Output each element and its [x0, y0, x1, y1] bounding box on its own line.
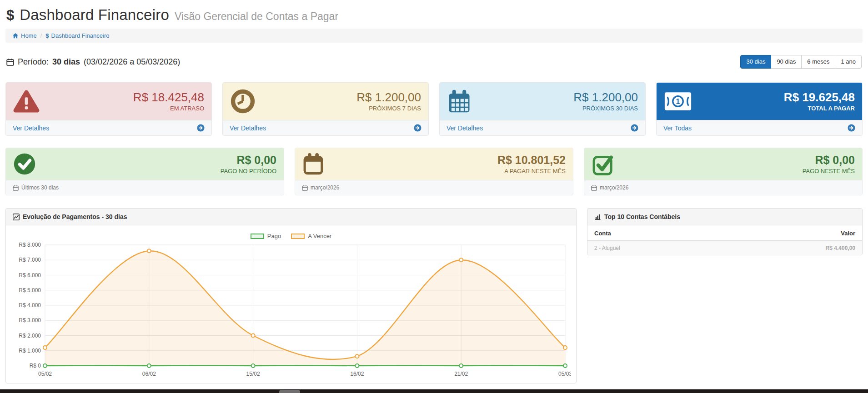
- breadcrumb: Home / $ Dashboard Financeiro: [5, 29, 863, 43]
- svg-text:R$ 2.000: R$ 2.000: [19, 333, 41, 339]
- ver-detalhes-link[interactable]: Ver Detalhes: [447, 124, 483, 132]
- breadcrumb-current[interactable]: $ Dashboard Financeiro: [45, 32, 109, 39]
- legend-label: Pago: [267, 233, 281, 239]
- card-em-atraso: R$ 18.425,48 EM ATRASO Ver Detalhes: [5, 82, 212, 136]
- arrow-circle-right-icon[interactable]: [414, 124, 421, 132]
- period-value: 30 dias: [52, 57, 80, 67]
- table-row: 2 - AluguelR$ 4.400,00: [587, 241, 862, 255]
- period-row: Período: 30 dias (03/02/2026 a 05/03/202…: [5, 55, 863, 69]
- card-a-pagar-neste-mes: R$ 10.801,52 A PAGAR NESTE MÊS março/202…: [295, 148, 573, 195]
- card-total-a-pagar: 1 R$ 19.625,48 TOTAL A PAGAR Ver Todas: [656, 82, 863, 136]
- payments-chart[interactable]: R$ 0R$ 1.000R$ 2.000R$ 3.000R$ 4.000R$ 5…: [10, 240, 572, 379]
- calendar-icon: [6, 58, 14, 66]
- breadcrumb-current-label: Dashboard Financeiro: [51, 32, 110, 39]
- card-footer-text: março/2026: [600, 184, 628, 191]
- card-value: R$ 0,00: [221, 154, 276, 167]
- period-label: Período:: [18, 57, 49, 67]
- card-label: TOTAL A PAGAR: [784, 105, 855, 112]
- svg-text:R$ 5.000: R$ 5.000: [19, 287, 41, 294]
- payments-chart-svg[interactable]: R$ 0R$ 1.000R$ 2.000R$ 3.000R$ 4.000R$ 5…: [10, 240, 571, 379]
- dollar-icon: $: [6, 7, 14, 24]
- card-value: R$ 1.200,00: [356, 91, 421, 104]
- card-footer-text: março/2026: [311, 184, 339, 191]
- svg-text:05/02: 05/02: [38, 371, 52, 377]
- check-circle-icon: [13, 153, 36, 175]
- svg-text:R$ 8.000: R$ 8.000: [19, 242, 41, 248]
- card-value: R$ 19.625,48: [784, 91, 855, 104]
- period-button-90d[interactable]: 90 dias: [771, 55, 802, 69]
- svg-text:15/02: 15/02: [246, 371, 260, 377]
- calendar-outline-icon: [302, 152, 324, 176]
- account-value: R$ 4.400,00: [718, 241, 862, 255]
- arrow-circle-right-icon[interactable]: [197, 124, 205, 132]
- legend-item-a-vencer[interactable]: A Vencer: [291, 233, 331, 239]
- card-label: PAGO NESTE MÊS: [803, 168, 855, 174]
- top-accounts-tbody: 2 - AluguelR$ 4.400,00: [587, 241, 862, 255]
- bar-chart-icon: [594, 214, 601, 220]
- dollar-icon: $: [45, 32, 49, 39]
- breadcrumb-home-label: Home: [21, 32, 37, 39]
- ver-detalhes-link[interactable]: Ver Detalhes: [230, 124, 266, 132]
- card-label: EM ATRASO: [133, 105, 204, 112]
- dashboard-page: $ Dashboard Financeiro Visão Gerencial d…: [0, 0, 868, 393]
- period-button-1y[interactable]: 1 ano: [835, 55, 862, 69]
- page-header: $ Dashboard Financeiro Visão Gerencial d…: [5, 5, 863, 25]
- svg-text:R$ 3.000: R$ 3.000: [19, 317, 41, 323]
- svg-text:R$ 1.000: R$ 1.000: [19, 348, 41, 354]
- card-value: R$ 1.200,00: [573, 91, 638, 104]
- card-proximos-30-dias: R$ 1.200,00 PRÓXIMOS 30 DIAS Ver Detalhe…: [439, 82, 646, 136]
- card-value: R$ 18.425,48: [133, 91, 204, 104]
- legend-swatch: [291, 234, 305, 239]
- column-header-conta: Conta: [587, 225, 718, 241]
- calendar-icon: [13, 185, 19, 191]
- page-subtitle: Visão Gerencial de Contas a Pagar: [175, 10, 338, 23]
- card-footer-text: Últimos 30 dias: [21, 184, 59, 191]
- bottom-bar-handle[interactable]: [279, 390, 300, 393]
- page-title: Dashboard Financeiro: [20, 6, 169, 24]
- legend-swatch: [251, 234, 264, 239]
- svg-text:06/02: 06/02: [142, 371, 156, 377]
- ver-detalhes-link[interactable]: Ver Detalhes: [13, 124, 49, 132]
- warning-triangle-icon: [13, 89, 40, 114]
- svg-text:R$ 7.000: R$ 7.000: [19, 257, 41, 263]
- top-accounts-title: Top 10 Contas Contábeis: [604, 213, 680, 220]
- ver-todas-link[interactable]: Ver Todas: [663, 124, 692, 132]
- line-chart-icon: [13, 214, 20, 220]
- card-label: PAGO NO PERÍODO: [221, 168, 276, 174]
- arrow-circle-right-icon[interactable]: [631, 124, 638, 132]
- top-accounts-panel: Top 10 Contas Contábeis Conta Valor 2 - …: [587, 208, 863, 255]
- breadcrumb-home-link[interactable]: Home: [12, 32, 37, 39]
- account-name: 2 - Aluguel: [587, 241, 718, 255]
- chart-panel-title: Evolução de Pagamentos - 30 dias: [23, 213, 127, 220]
- summary-cards-row: R$ 18.425,48 EM ATRASO Ver Detalhes: [5, 82, 863, 136]
- svg-text:16/02: 16/02: [350, 371, 364, 377]
- svg-text:R$ 4.000: R$ 4.000: [19, 302, 41, 308]
- clock-icon: [230, 89, 256, 114]
- bottom-bar: [0, 389, 868, 393]
- svg-text:R$ 0: R$ 0: [30, 363, 41, 369]
- check-square-icon: [592, 152, 614, 176]
- calendar-icon: [302, 185, 308, 191]
- card-label: A PAGAR NESTE MÊS: [497, 168, 566, 174]
- card-pago-no-periodo: R$ 0,00 PAGO NO PERÍODO Últimos 30 dias: [5, 148, 284, 195]
- arrow-circle-right-icon[interactable]: [848, 124, 855, 132]
- calendar-icon: [447, 89, 472, 114]
- breadcrumb-separator: /: [40, 32, 42, 39]
- top-accounts-table: Conta Valor 2 - AluguelR$ 4.400,00: [587, 225, 862, 255]
- money-bill-icon: 1: [664, 91, 692, 112]
- legend-item-pago[interactable]: Pago: [251, 233, 281, 239]
- column-header-valor: Valor: [718, 225, 862, 241]
- card-label: PRÓXIMOS 7 DIAS: [356, 105, 421, 112]
- home-icon: [12, 33, 19, 39]
- period-button-30d[interactable]: 30 dias: [740, 55, 771, 69]
- period-button-group: 30 dias 90 dias 6 meses 1 ano: [740, 55, 862, 69]
- card-value: R$ 0,00: [803, 154, 855, 167]
- card-pago-neste-mes: R$ 0,00 PAGO NESTE MÊS março/2026: [584, 148, 863, 195]
- status-cards-row: R$ 0,00 PAGO NO PERÍODO Últimos 30 dias: [5, 148, 863, 195]
- card-proximos-7-dias: R$ 1.200,00 PRÓXIMOS 7 DIAS Ver Detalhes: [222, 82, 429, 136]
- period-range: (03/02/2026 a 05/03/2026): [84, 57, 180, 67]
- panels-row: Evolução de Pagamentos - 30 dias PagoA V…: [5, 208, 863, 383]
- chart-legend: PagoA Vencer: [10, 233, 572, 239]
- svg-text:05/03: 05/03: [558, 371, 571, 377]
- period-button-6m[interactable]: 6 meses: [801, 55, 835, 69]
